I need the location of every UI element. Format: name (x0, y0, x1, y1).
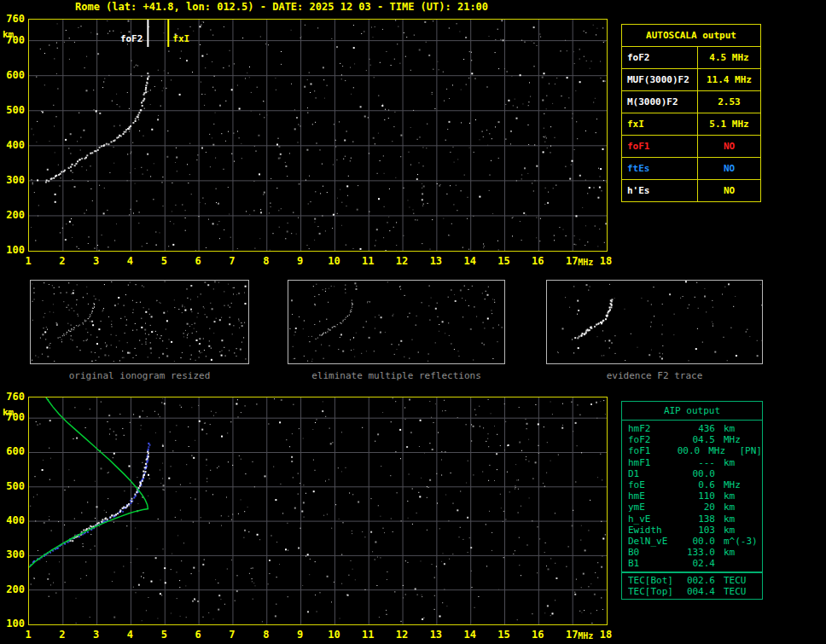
aip-value: 00.0 (672, 445, 700, 456)
x-tick-label: 2 (49, 629, 75, 641)
autoscala-row-fof2: foF24.5 MHz (622, 47, 760, 69)
y-axis-unit: km (3, 407, 14, 418)
x-tick-label: 16 (525, 255, 550, 267)
x-tick-label: 1 (15, 629, 41, 641)
aip-table-title: AIP output (622, 402, 762, 421)
y-tick-label: 600 (0, 445, 25, 457)
aip-unit: MHz (715, 479, 761, 490)
x-tick-label: 4 (117, 255, 143, 267)
x-tick-label: 15 (492, 629, 517, 641)
aip-note (761, 547, 762, 558)
aip-note (761, 457, 762, 468)
autoscala-row-ftes: ftEsNO (622, 158, 760, 180)
x-tick-label: 9 (288, 255, 313, 267)
aip-name: B0 (622, 547, 681, 558)
x-tick-label: 12 (389, 629, 415, 641)
aip-name: B1 (622, 558, 681, 569)
aip-row-deln-ve: DelN_vE00.0m^(-3) (622, 536, 762, 547)
page-title: Rome (lat: +41.8, lon: 012.5) - DATE: 20… (75, 1, 488, 13)
aip-unit: m^(-3) (715, 536, 761, 547)
autoscala-table-rows: foF24.5 MHzMUF(3000)F211.4 MHzM(3000)F22… (622, 47, 760, 201)
aip-value: 00.0 (681, 536, 715, 547)
thumbnail-evidence-f2-trace (546, 280, 763, 364)
aip-note (761, 468, 762, 479)
x-tick-label: 3 (84, 255, 109, 267)
tec-unit: TECU (715, 586, 761, 597)
ionogram-top-canvas: foF2fxI (29, 20, 607, 251)
aip-value: 04.5 (681, 434, 715, 445)
x-tick-label: 7 (219, 629, 245, 641)
y-tick-label: 100 (0, 244, 25, 256)
aip-value: 110 (681, 490, 715, 502)
aip-name: foF2 (622, 434, 681, 445)
y-tick-label: 760 (0, 13, 25, 25)
aip-row-ewidth: Ewidth103km (622, 525, 762, 536)
thumb-0-canvas (31, 281, 248, 362)
y-tick-label: 400 (0, 514, 25, 526)
x-tick-label: 3 (84, 629, 109, 641)
tec-name: TEC[Top] (622, 586, 681, 597)
aip-value: 138 (681, 513, 715, 525)
tec-output-table: TEC[Bot]002.6TECUTEC[Top]004.4TECU (621, 572, 763, 600)
y-axis-unit: km (3, 29, 14, 40)
aip-note (761, 502, 762, 513)
thumb-2-canvas (547, 281, 762, 362)
aip-unit (715, 468, 761, 479)
ionogram-bottom-plot (28, 397, 608, 625)
x-tick-label: 18 (593, 255, 619, 267)
y-tick-label: 300 (0, 174, 25, 186)
x-tick-label: 11 (355, 629, 381, 641)
autoscala-param-label: foF2 (622, 47, 698, 68)
x-tick-label: 9 (288, 629, 313, 641)
x-tick-label: 10 (321, 629, 346, 641)
x-tick-label: 7 (219, 255, 245, 267)
x-tick-label: 1 (15, 255, 41, 267)
autoscala-row-fxi: fxI5.1 MHz (622, 113, 760, 136)
aip-name: D1 (622, 468, 681, 479)
autoscala-param-value: 2.53 (698, 91, 760, 113)
x-tick-label: 5 (151, 629, 177, 641)
aip-unit: km (715, 423, 761, 434)
y-tick-label: 600 (0, 69, 25, 81)
ionogram-bottom-canvas (29, 397, 607, 624)
aip-unit: km (715, 490, 761, 502)
x-tick-label: 18 (593, 629, 619, 641)
aip-value: 436 (681, 423, 715, 434)
aip-unit: km (715, 525, 761, 536)
aip-row-foe: foE0.6MHz (622, 479, 762, 490)
aip-name: foF1 (622, 445, 672, 456)
aip-row-fof2: foF204.5MHz (622, 434, 762, 445)
thumbnail-eliminate-reflections (288, 280, 505, 364)
aip-unit: km (715, 513, 761, 525)
ionogram-top-plot: foF2fxI (28, 19, 608, 252)
x-tick-label: 15 (492, 255, 517, 267)
thumbnail-caption: original ionogram resized (30, 370, 249, 381)
aip-unit: MHz (700, 445, 739, 456)
aip-name: hmF1 (622, 457, 681, 468)
aip-value: 00.0 (681, 468, 715, 479)
autoscala-param-label: MUF(3000)F2 (622, 69, 698, 90)
x-tick-label: 5 (151, 255, 177, 267)
aip-note (761, 479, 762, 490)
aip-value: 133.0 (681, 547, 715, 558)
y-tick-label: 200 (0, 583, 25, 595)
x-tick-label: 13 (423, 255, 449, 267)
x-tick-label: 14 (457, 629, 483, 641)
aip-note (761, 536, 762, 547)
aip-value: --- (681, 457, 715, 468)
aip-note (761, 525, 762, 536)
aip-value: 20 (681, 502, 715, 513)
x-axis-unit: MHz (578, 258, 593, 267)
autoscala-param-value: 11.4 MHz (698, 69, 760, 90)
x-axis-unit: MHz (578, 631, 593, 641)
tec-value: 004.4 (681, 586, 715, 597)
y-tick-label: 760 (0, 391, 25, 403)
tec-unit: TECU (715, 575, 761, 586)
aip-name: hmF2 (622, 423, 681, 434)
x-tick-label: 13 (423, 629, 449, 641)
autoscala-param-value: 5.1 MHz (698, 113, 760, 135)
autoscala-param-label: foF1 (622, 136, 698, 157)
aip-unit: km (715, 457, 761, 468)
aip-row-b1: B102.4 (622, 558, 762, 569)
aip-row-yme: ymE20km (622, 502, 762, 513)
